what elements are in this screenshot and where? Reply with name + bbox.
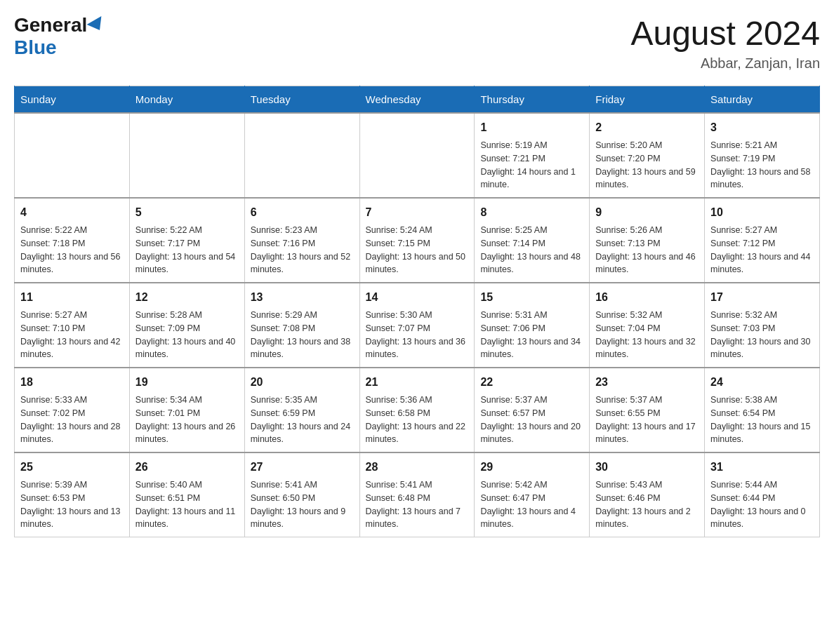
calendar-cell: 24Sunrise: 5:38 AMSunset: 6:54 PMDayligh… [705, 368, 820, 452]
sun-info: Sunrise: 5:20 AMSunset: 7:20 PMDaylight:… [595, 139, 699, 192]
calendar-cell: 17Sunrise: 5:32 AMSunset: 7:03 PMDayligh… [705, 283, 820, 368]
day-number: 31 [710, 459, 814, 476]
day-number: 10 [710, 204, 814, 221]
day-number: 13 [251, 289, 354, 306]
title-area: August 2024 Abbar, Zanjan, Iran [630, 14, 820, 72]
calendar-cell: 21Sunrise: 5:36 AMSunset: 6:58 PMDayligh… [359, 368, 475, 452]
calendar-cell: 19Sunrise: 5:34 AMSunset: 7:01 PMDayligh… [129, 368, 244, 452]
calendar-week-row: 18Sunrise: 5:33 AMSunset: 7:02 PMDayligh… [15, 368, 820, 452]
day-number: 21 [366, 374, 469, 391]
calendar-week-row: 1Sunrise: 5:19 AMSunset: 7:21 PMDaylight… [15, 113, 820, 198]
sun-info: Sunrise: 5:36 AMSunset: 6:58 PMDaylight:… [366, 394, 469, 446]
calendar-cell: 10Sunrise: 5:27 AMSunset: 7:12 PMDayligh… [705, 198, 820, 283]
calendar-cell: 11Sunrise: 5:27 AMSunset: 7:10 PMDayligh… [15, 283, 130, 368]
day-number: 30 [595, 459, 699, 476]
calendar-cell: 15Sunrise: 5:31 AMSunset: 7:06 PMDayligh… [475, 283, 590, 368]
calendar-cell: 2Sunrise: 5:20 AMSunset: 7:20 PMDaylight… [590, 113, 705, 198]
day-number: 5 [135, 204, 239, 221]
sun-info: Sunrise: 5:26 AMSunset: 7:13 PMDaylight:… [595, 224, 699, 276]
day-number: 16 [595, 289, 699, 306]
sun-info: Sunrise: 5:32 AMSunset: 7:03 PMDaylight:… [710, 309, 814, 361]
day-number: 25 [20, 459, 124, 476]
logo: General Blue [14, 14, 105, 59]
day-number: 29 [480, 459, 583, 476]
calendar-header-row: SundayMondayTuesdayWednesdayThursdayFrid… [15, 86, 820, 114]
sun-info: Sunrise: 5:44 AMSunset: 6:44 PMDaylight:… [710, 478, 814, 531]
calendar-cell: 7Sunrise: 5:24 AMSunset: 7:15 PMDaylight… [359, 198, 475, 283]
calendar-cell: 28Sunrise: 5:41 AMSunset: 6:48 PMDayligh… [359, 452, 475, 537]
day-number: 23 [595, 374, 699, 391]
logo-blue-text: Blue [14, 36, 57, 59]
sun-info: Sunrise: 5:41 AMSunset: 6:48 PMDaylight:… [366, 478, 469, 531]
sun-info: Sunrise: 5:37 AMSunset: 6:55 PMDaylight:… [595, 394, 699, 446]
calendar-cell: 3Sunrise: 5:21 AMSunset: 7:19 PMDaylight… [705, 113, 820, 198]
day-number: 26 [135, 459, 239, 476]
sun-info: Sunrise: 5:34 AMSunset: 7:01 PMDaylight:… [135, 394, 239, 446]
sun-info: Sunrise: 5:24 AMSunset: 7:15 PMDaylight:… [366, 224, 469, 276]
sun-info: Sunrise: 5:42 AMSunset: 6:47 PMDaylight:… [480, 478, 583, 531]
calendar-week-row: 4Sunrise: 5:22 AMSunset: 7:18 PMDaylight… [15, 198, 820, 283]
calendar-cell: 5Sunrise: 5:22 AMSunset: 7:17 PMDaylight… [129, 198, 244, 283]
month-year-title: August 2024 [630, 14, 820, 53]
calendar-cell: 12Sunrise: 5:28 AMSunset: 7:09 PMDayligh… [129, 283, 244, 368]
day-number: 3 [710, 119, 814, 136]
sun-info: Sunrise: 5:27 AMSunset: 7:10 PMDaylight:… [20, 309, 124, 361]
day-number: 17 [710, 289, 814, 306]
calendar-header-tuesday: Tuesday [244, 86, 359, 114]
day-number: 14 [366, 289, 469, 306]
calendar-cell: 13Sunrise: 5:29 AMSunset: 7:08 PMDayligh… [244, 283, 359, 368]
calendar-cell: 14Sunrise: 5:30 AMSunset: 7:07 PMDayligh… [359, 283, 475, 368]
calendar-week-row: 11Sunrise: 5:27 AMSunset: 7:10 PMDayligh… [15, 283, 820, 368]
sun-info: Sunrise: 5:28 AMSunset: 7:09 PMDaylight:… [135, 309, 239, 361]
day-number: 8 [480, 204, 583, 221]
header: General Blue August 2024 Abbar, Zanjan, … [14, 14, 820, 72]
day-number: 1 [480, 119, 583, 136]
calendar-cell [359, 113, 475, 198]
calendar-cell: 30Sunrise: 5:43 AMSunset: 6:46 PMDayligh… [590, 452, 705, 537]
day-number: 11 [20, 289, 124, 306]
calendar-cell: 9Sunrise: 5:26 AMSunset: 7:13 PMDaylight… [590, 198, 705, 283]
day-number: 19 [135, 374, 239, 391]
calendar-cell: 29Sunrise: 5:42 AMSunset: 6:47 PMDayligh… [475, 452, 590, 537]
day-number: 4 [20, 204, 124, 221]
sun-info: Sunrise: 5:19 AMSunset: 7:21 PMDaylight:… [480, 139, 583, 192]
day-number: 28 [366, 459, 469, 476]
calendar-table: SundayMondayTuesdayWednesdayThursdayFrid… [14, 86, 820, 537]
day-number: 20 [251, 374, 354, 391]
sun-info: Sunrise: 5:23 AMSunset: 7:16 PMDaylight:… [251, 224, 354, 276]
calendar-cell: 22Sunrise: 5:37 AMSunset: 6:57 PMDayligh… [475, 368, 590, 452]
calendar-cell: 31Sunrise: 5:44 AMSunset: 6:44 PMDayligh… [705, 452, 820, 537]
calendar-header-saturday: Saturday [705, 86, 820, 114]
day-number: 9 [595, 204, 699, 221]
calendar-cell: 4Sunrise: 5:22 AMSunset: 7:18 PMDaylight… [15, 198, 130, 283]
logo-general-text: General [14, 14, 87, 36]
day-number: 6 [251, 204, 354, 221]
calendar-cell: 27Sunrise: 5:41 AMSunset: 6:50 PMDayligh… [244, 452, 359, 537]
sun-info: Sunrise: 5:22 AMSunset: 7:17 PMDaylight:… [135, 224, 239, 276]
calendar-cell: 25Sunrise: 5:39 AMSunset: 6:53 PMDayligh… [15, 452, 130, 537]
logo-triangle-icon [87, 16, 107, 34]
sun-info: Sunrise: 5:30 AMSunset: 7:07 PMDaylight:… [366, 309, 469, 361]
day-number: 18 [20, 374, 124, 391]
calendar-cell: 16Sunrise: 5:32 AMSunset: 7:04 PMDayligh… [590, 283, 705, 368]
calendar-header-wednesday: Wednesday [359, 86, 475, 114]
day-number: 15 [480, 289, 583, 306]
calendar-cell [129, 113, 244, 198]
sun-info: Sunrise: 5:22 AMSunset: 7:18 PMDaylight:… [20, 224, 124, 276]
sun-info: Sunrise: 5:35 AMSunset: 6:59 PMDaylight:… [251, 394, 354, 446]
day-number: 22 [480, 374, 583, 391]
calendar-cell: 8Sunrise: 5:25 AMSunset: 7:14 PMDaylight… [475, 198, 590, 283]
day-number: 2 [595, 119, 699, 136]
calendar-cell: 18Sunrise: 5:33 AMSunset: 7:02 PMDayligh… [15, 368, 130, 452]
calendar-cell: 6Sunrise: 5:23 AMSunset: 7:16 PMDaylight… [244, 198, 359, 283]
sun-info: Sunrise: 5:29 AMSunset: 7:08 PMDaylight:… [251, 309, 354, 361]
day-number: 7 [366, 204, 469, 221]
calendar-cell: 20Sunrise: 5:35 AMSunset: 6:59 PMDayligh… [244, 368, 359, 452]
sun-info: Sunrise: 5:31 AMSunset: 7:06 PMDaylight:… [480, 309, 583, 361]
calendar-header-friday: Friday [590, 86, 705, 114]
sun-info: Sunrise: 5:39 AMSunset: 6:53 PMDaylight:… [20, 478, 124, 531]
calendar-header-thursday: Thursday [475, 86, 590, 114]
sun-info: Sunrise: 5:37 AMSunset: 6:57 PMDaylight:… [480, 394, 583, 446]
calendar-week-row: 25Sunrise: 5:39 AMSunset: 6:53 PMDayligh… [15, 452, 820, 537]
sun-info: Sunrise: 5:21 AMSunset: 7:19 PMDaylight:… [710, 139, 814, 192]
